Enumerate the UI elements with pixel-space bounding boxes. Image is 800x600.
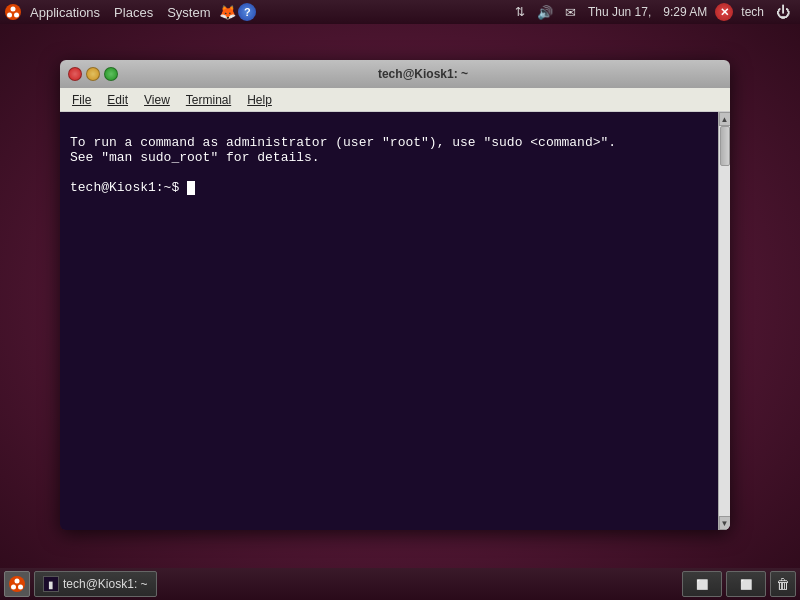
svg-point-2: [7, 13, 12, 18]
menu-help[interactable]: Help: [239, 91, 280, 109]
help-icon[interactable]: ?: [238, 3, 256, 21]
taskbar-btn-1[interactable]: ⬜: [682, 571, 722, 597]
scrollbar-up[interactable]: ▲: [719, 112, 731, 126]
svg-point-7: [18, 585, 23, 590]
taskbar-terminal-label: tech@Kiosk1: ~: [63, 577, 148, 591]
minimize-button[interactable]: [86, 67, 100, 81]
volume-icon[interactable]: 🔊: [533, 5, 557, 20]
firefox-icon[interactable]: 🦊: [218, 3, 236, 21]
power-icon[interactable]: ⏻: [772, 4, 794, 20]
terminal-output: To run a command as administrator (user …: [60, 112, 718, 530]
taskbar-top-left: Applications Places System 🦊 ?: [0, 3, 260, 22]
maximize-button[interactable]: [104, 67, 118, 81]
prompt-line: tech@Kiosk1:~$: [70, 180, 187, 195]
terminal-menu-bar: File Edit View Terminal Help: [60, 88, 730, 112]
username-label: tech: [737, 5, 768, 19]
svg-point-1: [11, 7, 16, 12]
taskbar-top-right: ⇅ 🔊 ✉ Thu Jun 17, 9:29 AM ✕ tech ⏻: [505, 3, 800, 21]
session-close-icon[interactable]: ✕: [715, 3, 733, 21]
svg-point-3: [14, 13, 19, 18]
menu-edit[interactable]: Edit: [99, 91, 136, 109]
title-bar: tech@Kiosk1: ~: [60, 60, 730, 88]
clock-time: 9:29 AM: [659, 5, 711, 19]
svg-point-6: [11, 585, 16, 590]
clock-date: Thu Jun 17,: [584, 5, 655, 19]
close-button[interactable]: [68, 67, 82, 81]
mail-icon: ✉: [561, 5, 580, 20]
menu-file[interactable]: File: [64, 91, 99, 109]
taskbar-btn-2[interactable]: ⬜: [726, 571, 766, 597]
output-line2: See "man sudo_root" for details.: [70, 150, 320, 165]
taskbar-bottom-logo[interactable]: [4, 571, 30, 597]
svg-point-4: [9, 576, 25, 592]
taskbar-terminal-button[interactable]: ▮ tech@Kiosk1: ~: [34, 571, 157, 597]
taskbar-trash[interactable]: 🗑: [770, 571, 796, 597]
window-controls: [68, 67, 118, 81]
menu-view[interactable]: View: [136, 91, 178, 109]
taskbar-terminal-icon: ▮: [43, 576, 59, 592]
places-menu[interactable]: Places: [108, 3, 159, 22]
applications-menu[interactable]: Applications: [24, 3, 106, 22]
window-title: tech@Kiosk1: ~: [124, 67, 722, 81]
cursor: [187, 181, 195, 195]
terminal-body[interactable]: To run a command as administrator (user …: [60, 112, 730, 530]
taskbar-bottom: ▮ tech@Kiosk1: ~ ⬜ ⬜ 🗑: [0, 568, 800, 600]
terminal-window: tech@Kiosk1: ~ File Edit View Terminal H…: [60, 60, 730, 530]
system-menu[interactable]: System: [161, 3, 216, 22]
svg-point-0: [5, 4, 21, 20]
scrollbar-thumb[interactable]: [720, 126, 730, 166]
network-icon: ⇅: [511, 5, 529, 19]
menu-terminal[interactable]: Terminal: [178, 91, 239, 109]
desktop: tech@Kiosk1: ~ File Edit View Terminal H…: [0, 24, 800, 568]
taskbar-top: Applications Places System 🦊 ? ⇅ 🔊 ✉ Thu…: [0, 0, 800, 24]
scrollbar[interactable]: ▲ ▼: [718, 112, 730, 530]
svg-point-5: [15, 579, 20, 584]
scrollbar-track[interactable]: [719, 126, 730, 516]
scrollbar-down[interactable]: ▼: [719, 516, 731, 530]
output-line1: To run a command as administrator (user …: [70, 135, 616, 150]
system-icon: [4, 3, 22, 21]
taskbar-bottom-right: ⬜ ⬜ 🗑: [682, 571, 796, 597]
